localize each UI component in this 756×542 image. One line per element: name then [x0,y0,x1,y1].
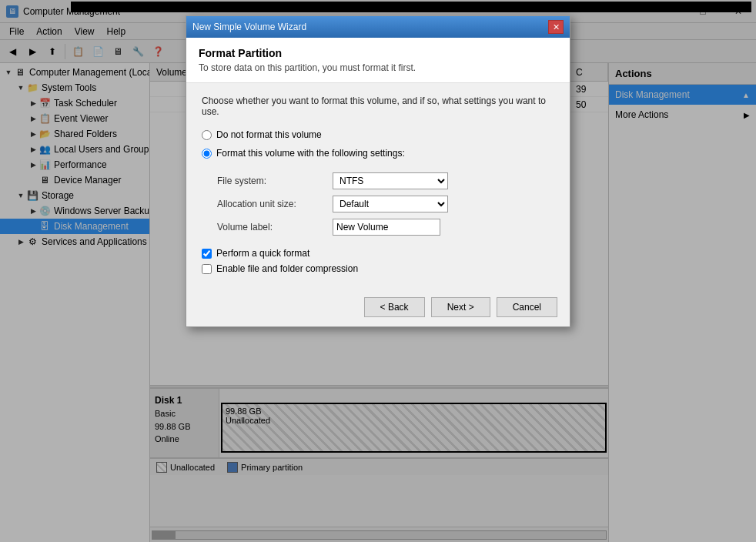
back-button[interactable]: < Back [364,297,425,317]
vol-label-input[interactable] [333,219,440,236]
no-format-label[interactable]: Do not format this volume [216,129,322,140]
compress-label[interactable]: Enable file and folder compression [216,263,358,274]
filesystem-select[interactable]: NTFS FAT32 exFAT [333,172,448,189]
modal-header-content: Format Partition To store data on this p… [199,47,557,73]
modal-title: New Simple Volume Wizard [192,22,306,32]
no-format-radio[interactable] [202,130,212,140]
vol-label-text: Volume label: [217,222,333,233]
filesystem-row: File system: NTFS FAT32 exFAT [217,172,554,189]
no-format-option: Do not format this volume [202,129,554,140]
modal-close-button[interactable]: ✕ [548,20,564,34]
quick-format-label[interactable]: Perform a quick format [216,248,309,259]
wizard-modal: New Simple Volume Wizard ✕ Format Partit… [186,15,570,327]
compress-row: Enable file and folder compression [202,263,554,274]
quick-format-checkbox[interactable] [202,249,212,259]
modal-body: Choose whether you want to format this v… [186,83,570,291]
modal-header: Format Partition To store data on this p… [186,38,570,83]
format-settings: File system: NTFS FAT32 exFAT Allocation… [217,172,554,236]
modal-subheading: To store data on this partition, you mus… [199,62,557,73]
filesystem-label: File system: [217,176,333,186]
compress-checkbox[interactable] [202,264,212,274]
quick-format-row: Perform a quick format [202,248,554,259]
alloc-select[interactable]: Default 512 1024 2048 4096 [333,196,448,212]
next-button[interactable]: Next > [431,297,490,317]
format-radio-group: Do not format this volume Format this vo… [202,129,554,236]
alloc-label: Allocation unit size: [217,199,333,209]
cancel-button[interactable]: Cancel [497,297,557,317]
modal-titlebar: New Simple Volume Wizard ✕ [186,16,570,38]
modal-footer: < Back Next > Cancel [186,291,570,326]
modal-overlay: New Simple Volume Wizard ✕ Format Partit… [0,0,756,542]
alloc-control: Default 512 1024 2048 4096 [333,196,448,212]
format-label[interactable]: Format this volume with the following se… [216,148,405,159]
alloc-row: Allocation unit size: Default 512 1024 2… [217,196,554,212]
vol-label-row: Volume label: [217,219,554,236]
modal-heading: Format Partition [199,47,557,59]
filesystem-control: NTFS FAT32 exFAT [333,172,448,189]
format-radio[interactable] [202,149,212,159]
format-option: Format this volume with the following se… [202,148,554,159]
vol-label-control [333,219,440,236]
modal-description: Choose whether you want to format this v… [202,95,554,117]
